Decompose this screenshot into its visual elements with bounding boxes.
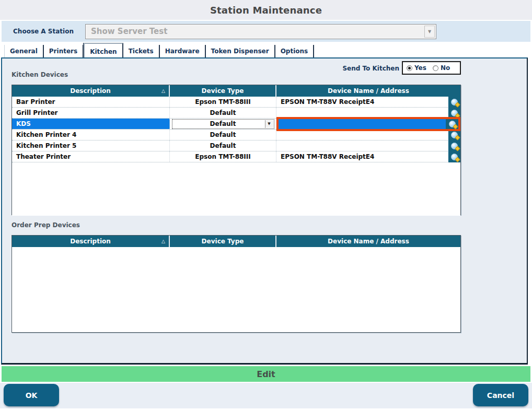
cell-device-name[interactable]: EPSON TM-T88V ReceiptE4 xyxy=(276,151,460,162)
tab-general[interactable]: General xyxy=(4,45,44,57)
kitchen-devices-header: Description △ Device Type Device Name / … xyxy=(12,85,460,97)
magnifier-icon xyxy=(451,132,458,138)
tab-options[interactable]: Options xyxy=(275,45,315,57)
cell-description[interactable]: KDS xyxy=(12,119,170,129)
radio-icon xyxy=(407,65,412,71)
device-name-value: EPSON TM-T88V ReceiptE4 xyxy=(281,153,374,160)
cell-device-name[interactable] xyxy=(276,130,460,140)
magnifier-icon xyxy=(451,154,458,160)
chevron-down-icon[interactable]: ▼ xyxy=(265,120,273,128)
table-row[interactable]: Kitchen Printer 5Default xyxy=(12,140,460,151)
radio-label: Yes xyxy=(414,64,426,72)
kitchen-devices-table: Description △ Device Type Device Name / … xyxy=(11,85,461,215)
cell-description[interactable]: Kitchen Printer 4 xyxy=(12,130,170,140)
kitchen-devices-label: Kitchen Devices xyxy=(11,71,68,78)
radio-label: No xyxy=(441,64,450,72)
column-header-device-type[interactable]: Device Type xyxy=(170,236,276,247)
cell-description[interactable]: Kitchen Printer 5 xyxy=(12,140,170,151)
order-prep-devices-label: Order Prep Devices xyxy=(11,221,80,229)
page-title: Station Maintenance xyxy=(210,5,322,16)
send-to-kitchen-radio-no[interactable]: No xyxy=(433,64,450,72)
kitchen-devices-tbody: Bar PrinterEpson TMT-88IIIEPSON TM-T88V … xyxy=(12,97,460,216)
tab-tickets[interactable]: Tickets xyxy=(123,45,160,57)
column-header-description[interactable]: Description △ xyxy=(12,85,170,97)
tab-token-dispenser[interactable]: Token Dispenser xyxy=(206,45,275,57)
cell-device-name[interactable] xyxy=(276,140,460,151)
kitchen-tab-panel: Send To Kitchen YesNo Kitchen Devices De… xyxy=(1,57,528,365)
edit-status-label: Edit xyxy=(257,369,275,379)
cancel-button[interactable]: Cancel xyxy=(473,384,528,406)
column-header-device-name[interactable]: Device Name / Address xyxy=(276,236,460,247)
magnifier-icon xyxy=(451,143,458,149)
order-prep-devices-table: Description △ Device Type Device Name / … xyxy=(11,235,461,333)
cell-device-name[interactable] xyxy=(276,108,460,118)
table-row[interactable]: Theater PrinterEpson TMT-88IIIEPSON TM-T… xyxy=(12,151,460,162)
station-select[interactable]: Show Server Test ▼ xyxy=(85,24,436,39)
column-header-description[interactable]: Description △ xyxy=(12,236,170,247)
cell-description[interactable]: Theater Printer xyxy=(12,151,170,162)
send-to-kitchen-radio-group: YesNo xyxy=(402,61,461,75)
station-select-value: Show Server Test xyxy=(91,27,167,36)
order-prep-devices-header: Description △ Device Type Device Name / … xyxy=(12,236,460,247)
magnifier-icon xyxy=(451,99,458,106)
tab-strip: GeneralPrintersKitchenTicketsHardwareTok… xyxy=(0,43,532,57)
device-type-select[interactable]: Default▼ xyxy=(172,119,274,129)
device-lookup-button[interactable] xyxy=(446,119,458,129)
send-to-kitchen-label: Send To Kitchen xyxy=(248,65,399,72)
station-chooser-label: Choose A Station xyxy=(2,28,85,35)
device-lookup-button[interactable] xyxy=(448,151,460,162)
tab-printers[interactable]: Printers xyxy=(44,45,84,57)
table-row[interactable]: Bar PrinterEpson TMT-88IIIEPSON TM-T88V … xyxy=(12,97,460,108)
order-prep-devices-tbody xyxy=(12,247,460,332)
window-title-bar: Station Maintenance xyxy=(0,0,532,20)
chevron-down-icon: ▼ xyxy=(428,29,431,34)
send-to-kitchen-radio-yes[interactable]: Yes xyxy=(407,64,426,72)
cell-device-type[interactable]: Default▼ xyxy=(170,119,276,129)
device-name-edit-highlight[interactable] xyxy=(276,117,460,131)
magnifier-icon xyxy=(451,110,458,116)
tab-hardware[interactable]: Hardware xyxy=(160,45,206,57)
edit-status-bar: Edit xyxy=(2,366,530,382)
cell-device-name[interactable] xyxy=(276,119,460,129)
cell-device-type[interactable]: Epson TMT-88III xyxy=(170,97,276,107)
table-row[interactable]: Kitchen Printer 4Default xyxy=(12,130,460,140)
sort-ascending-icon: △ xyxy=(161,239,165,244)
cell-description[interactable]: Grill Printer xyxy=(12,108,170,118)
cell-device-type[interactable]: Default xyxy=(170,130,276,140)
ok-button[interactable]: OK xyxy=(4,384,59,406)
sort-ascending-icon: △ xyxy=(161,88,165,93)
cell-device-name[interactable]: EPSON TM-T88V ReceiptE4 xyxy=(276,97,460,107)
device-lookup-button[interactable] xyxy=(448,130,460,140)
table-row[interactable]: KDSDefault▼ xyxy=(12,119,460,130)
tab-kitchen[interactable]: Kitchen xyxy=(84,43,123,57)
device-name-value: EPSON TM-T88V ReceiptE4 xyxy=(281,98,374,106)
device-lookup-button[interactable] xyxy=(448,140,460,151)
device-lookup-button[interactable] xyxy=(448,97,460,108)
cell-description[interactable]: Bar Printer xyxy=(12,97,170,107)
footer-bar: OK Cancel xyxy=(0,383,532,408)
cell-device-type[interactable]: Default xyxy=(170,108,276,118)
column-header-device-name[interactable]: Device Name / Address xyxy=(276,85,460,97)
station-select-arrow-button[interactable]: ▼ xyxy=(424,26,435,38)
magnifier-icon xyxy=(449,121,456,127)
cell-device-type[interactable]: Default xyxy=(170,140,276,151)
column-header-device-type[interactable]: Device Type xyxy=(170,85,276,97)
cell-device-type[interactable]: Epson TMT-88III xyxy=(170,151,276,162)
station-chooser-section: Choose A Station Show Server Test ▼ xyxy=(2,21,530,42)
radio-icon xyxy=(433,65,438,71)
